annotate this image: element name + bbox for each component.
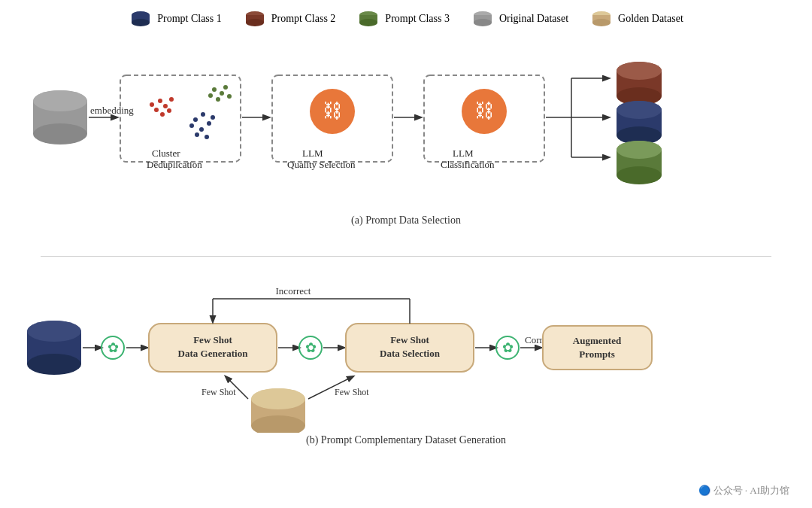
svg-text:LLM: LLM [453,148,474,159]
svg-point-107 [251,388,305,409]
svg-text:Few Shot: Few Shot [390,334,429,345]
svg-point-26 [160,112,165,117]
section-b: ✿ Few Shot Data Generation ✿ Few Shot Da… [0,260,812,485]
svg-point-5 [246,19,264,26]
svg-rect-97 [543,326,652,370]
svg-text:Quality Selection: Quality Selection [287,159,356,170]
golden-cylinder-icon [589,11,614,27]
svg-point-32 [189,123,194,128]
original-cylinder-icon [471,11,495,27]
svg-point-11 [474,19,492,26]
svg-point-14 [592,19,611,26]
svg-point-40 [223,85,228,90]
section-b-label: (b) Prompt Complementary Dataset Generat… [15,434,797,446]
svg-point-28 [167,108,171,113]
svg-point-24 [154,108,159,112]
svg-text:Few Shot: Few Shot [335,387,369,397]
svg-point-65 [617,62,662,80]
svg-text:embedding: embedding [90,105,134,116]
svg-point-17 [33,123,87,144]
legend-item-class2: Prompt Class 2 [243,11,336,27]
svg-point-25 [169,97,174,102]
svg-text:Data Generation: Data Generation [178,348,249,359]
legend-item-class3: Prompt Class 3 [356,11,450,27]
svg-point-22 [158,99,162,103]
svg-text:Incorrect: Incorrect [276,285,311,297]
svg-point-72 [617,166,662,184]
svg-point-29 [193,117,198,122]
class1-cylinder-icon [129,11,153,27]
class2-cylinder-icon [243,11,267,27]
svg-text:Prompts: Prompts [579,348,614,360]
svg-text:⛓: ⛓ [474,100,494,122]
svg-point-73 [617,141,662,159]
legend: Prompt Class 1 Prompt Class 2 Prompt Cla… [0,0,812,27]
svg-rect-21 [120,75,241,162]
class2-label: Prompt Class 2 [271,13,336,25]
section-divider [41,256,771,257]
page: Prompt Class 1 Prompt Class 2 Prompt Cla… [0,0,812,508]
class1-label: Prompt Class 1 [157,13,222,25]
legend-item-golden: Golden Dataset [589,11,683,27]
svg-point-77 [27,321,81,342]
svg-point-36 [205,135,209,139]
svg-text:✿: ✿ [502,340,514,355]
golden-label: Golden Dataset [618,13,683,25]
legend-item-class1: Prompt Class 1 [129,11,222,27]
watermark: 🔵 公众号 · AI助力馆 [698,484,789,497]
svg-text:Deduplication: Deduplication [147,159,202,170]
section-a: embedding [0,27,812,253]
section-a-diagram: embedding [15,33,797,210]
original-label: Original Dataset [499,13,568,25]
svg-text:Cluster: Cluster [152,148,180,159]
svg-point-2 [132,19,150,26]
svg-point-42 [227,94,232,99]
svg-text:Few Shot: Few Shot [193,334,232,345]
svg-point-33 [199,127,204,132]
svg-point-35 [195,132,199,137]
svg-point-31 [207,121,211,126]
legend-item-original: Original Dataset [471,11,568,27]
svg-text:✿: ✿ [108,340,119,355]
svg-text:⛓: ⛓ [323,100,342,122]
svg-point-41 [208,93,213,98]
svg-point-69 [617,101,662,119]
svg-text:✿: ✿ [305,340,317,355]
svg-text:Few Shot: Few Shot [201,387,236,397]
svg-point-38 [220,91,224,96]
class3-label: Prompt Class 3 [385,13,450,25]
svg-text:Classification: Classification [441,159,495,170]
svg-point-23 [163,104,168,108]
svg-point-76 [27,354,81,375]
svg-point-8 [359,19,377,26]
class3-cylinder-icon [356,11,380,27]
svg-point-27 [150,102,154,107]
svg-text:Data Selection: Data Selection [380,348,441,359]
section-b-diagram: ✿ Few Shot Data Generation ✿ Few Shot Da… [15,260,797,433]
section-a-label: (a) Prompt Data Selection [15,214,797,227]
svg-point-18 [33,90,87,111]
svg-point-30 [201,112,205,117]
svg-text:Augmented: Augmented [573,335,622,346]
svg-text:LLM: LLM [302,148,323,159]
svg-point-34 [211,115,215,120]
svg-point-39 [216,97,220,102]
svg-point-37 [212,87,217,92]
